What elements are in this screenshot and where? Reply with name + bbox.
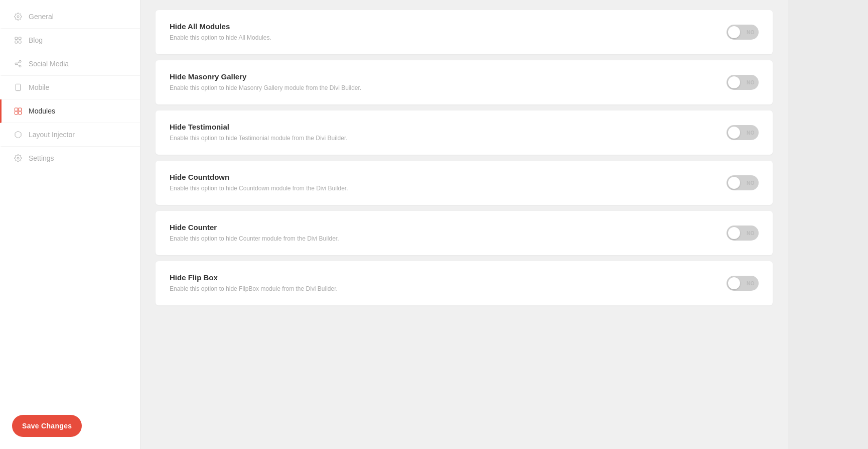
sidebar-item-settings[interactable]: Settings	[0, 147, 140, 170]
toggle-knob	[728, 127, 740, 139]
svg-line-8	[17, 64, 20, 66]
module-title: Hide Testimonial	[170, 123, 348, 131]
toggle-label: NO	[747, 130, 755, 136]
toggle-label: NO	[747, 80, 755, 85]
module-description: Enable this option to hide Countdown mod…	[170, 184, 348, 193]
sidebar-item-label: Layout Injector	[29, 131, 75, 139]
toggle-label: NO	[747, 231, 755, 236]
save-changes-button[interactable]: Save Changes	[12, 415, 82, 437]
toggle-knob	[728, 26, 740, 38]
module-description: Enable this option to hide All Modules.	[170, 33, 271, 42]
svg-rect-4	[19, 41, 21, 43]
sidebar-item-mobile[interactable]: Mobile	[0, 76, 140, 99]
toggle-wrapper: NO	[727, 276, 759, 291]
grid-icon	[14, 36, 23, 45]
toggle-hide-countdown[interactable]: NO	[727, 175, 759, 190]
sidebar-item-label: Social Media	[29, 60, 69, 68]
mobile-icon	[14, 83, 23, 92]
toggle-label: NO	[747, 180, 755, 186]
svg-rect-10	[16, 84, 20, 90]
svg-point-16	[17, 157, 19, 159]
sidebar-item-social-media[interactable]: Social Media	[0, 52, 140, 76]
toggle-track: NO	[727, 75, 759, 90]
toggle-hide-flip-box[interactable]: NO	[727, 276, 759, 291]
toggle-label: NO	[747, 30, 755, 35]
toggle-knob	[728, 227, 740, 239]
toggle-track: NO	[727, 25, 759, 40]
toggle-wrapper: NO	[727, 25, 759, 40]
gear2-icon	[14, 154, 23, 163]
module-card-text: Hide Countdown Enable this option to hid…	[170, 173, 348, 193]
svg-rect-2	[19, 37, 21, 40]
sidebar-item-label: Settings	[29, 154, 54, 162]
toggle-wrapper: NO	[727, 175, 759, 190]
toggle-wrapper: NO	[727, 125, 759, 140]
module-card-text: Hide Flip Box Enable this option to hide…	[170, 273, 338, 293]
svg-rect-3	[15, 41, 18, 43]
module-description: Enable this option to hide Masonry Galle…	[170, 83, 361, 92]
module-description: Enable this option to hide Counter modul…	[170, 234, 339, 243]
module-card-hide-counter: Hide Counter Enable this option to hide …	[156, 211, 773, 255]
module-card-text: Hide Testimonial Enable this option to h…	[170, 123, 348, 143]
module-title: Hide Masonry Gallery	[170, 72, 361, 81]
svg-point-7	[19, 65, 21, 67]
sidebar-item-label: Mobile	[29, 83, 49, 91]
right-panel	[788, 0, 868, 449]
module-card-text: Hide Masonry Gallery Enable this option …	[170, 72, 361, 92]
toggle-track: NO	[727, 276, 759, 291]
sidebar-item-general[interactable]: General	[0, 5, 140, 29]
sidebar-item-layout-injector[interactable]: Layout Injector	[0, 123, 140, 147]
toggle-wrapper: NO	[727, 75, 759, 90]
module-card-hide-all-modules: Hide All Modules Enable this option to h…	[156, 10, 773, 54]
svg-point-0	[17, 16, 19, 18]
module-card-hide-flip-box: Hide Flip Box Enable this option to hide…	[156, 261, 773, 305]
svg-point-6	[15, 63, 17, 65]
module-description: Enable this option to hide FlipBox modul…	[170, 284, 338, 293]
svg-rect-12	[15, 108, 18, 111]
svg-rect-13	[19, 108, 22, 111]
module-title: Hide Flip Box	[170, 273, 338, 282]
toggle-hide-all-modules[interactable]: NO	[727, 25, 759, 40]
toggle-label: NO	[747, 281, 755, 286]
svg-point-5	[19, 60, 21, 62]
toggle-knob	[728, 277, 740, 289]
module-card-hide-masonry-gallery: Hide Masonry Gallery Enable this option …	[156, 60, 773, 104]
toggle-knob	[728, 76, 740, 88]
toggle-hide-masonry-gallery[interactable]: NO	[727, 75, 759, 90]
toggle-hide-testimonial[interactable]: NO	[727, 125, 759, 140]
share-icon	[14, 59, 23, 68]
toggle-knob	[728, 177, 740, 189]
main-content: Hide All Modules Enable this option to h…	[140, 0, 788, 449]
toggle-track: NO	[727, 125, 759, 140]
gear-icon	[14, 12, 23, 21]
svg-line-9	[17, 62, 20, 63]
module-card-text: Hide All Modules Enable this option to h…	[170, 22, 271, 42]
svg-rect-15	[19, 111, 22, 115]
module-card-hide-testimonial: Hide Testimonial Enable this option to h…	[156, 110, 773, 155]
layout-icon	[14, 130, 23, 139]
svg-rect-14	[15, 111, 18, 115]
modules-icon	[14, 106, 23, 116]
toggle-track: NO	[727, 175, 759, 190]
module-title: Hide All Modules	[170, 22, 271, 31]
toggle-hide-counter[interactable]: NO	[727, 226, 759, 241]
module-title: Hide Counter	[170, 223, 339, 232]
sidebar-item-label: Modules	[29, 107, 55, 115]
toggle-wrapper: NO	[727, 226, 759, 241]
sidebar-item-label: General	[29, 13, 54, 21]
toggle-track: NO	[727, 226, 759, 241]
sidebar-item-blog[interactable]: Blog	[0, 29, 140, 52]
module-description: Enable this option to hide Testimonial m…	[170, 134, 348, 143]
svg-rect-1	[15, 37, 18, 40]
module-card-text: Hide Counter Enable this option to hide …	[170, 223, 339, 243]
module-title: Hide Countdown	[170, 173, 348, 181]
sidebar-item-modules[interactable]: Modules	[0, 99, 140, 123]
sidebar: General Blog Social Media Mobile Modules…	[0, 0, 140, 449]
sidebar-item-label: Blog	[29, 36, 43, 44]
module-card-hide-countdown: Hide Countdown Enable this option to hid…	[156, 161, 773, 205]
